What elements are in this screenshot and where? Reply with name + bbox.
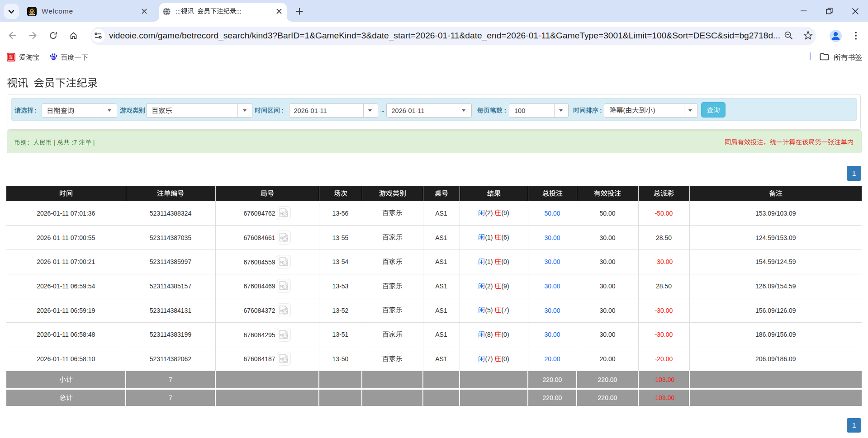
svg-text:du: du xyxy=(52,57,56,60)
